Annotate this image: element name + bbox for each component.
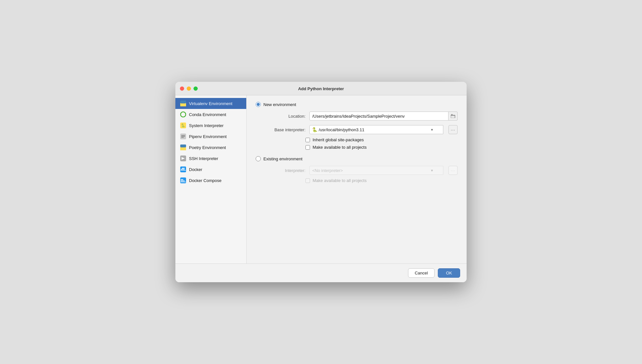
title-bar: Add Python Interpreter <box>175 82 467 95</box>
existing-environment-section: Existing environment Interpreter: <No in… <box>256 156 458 183</box>
make-available-new-row: Make available to all projects <box>263 145 458 150</box>
svg-rect-20 <box>183 169 184 170</box>
docker-icon <box>180 166 186 173</box>
sidebar-item-docker[interactable]: Docker <box>175 164 246 175</box>
svg-rect-28 <box>182 180 183 181</box>
new-environment-section: New environment Location: <box>256 102 458 150</box>
maximize-button[interactable] <box>194 86 198 91</box>
sidebar-item-label: Docker <box>189 167 202 172</box>
cancel-button[interactable]: Cancel <box>408 268 435 278</box>
svg-rect-27 <box>181 180 182 181</box>
existing-environment-label: Existing environment <box>263 156 303 161</box>
svg-text:🐍: 🐍 <box>181 123 185 128</box>
svg-rect-26 <box>182 179 183 180</box>
svg-rect-12 <box>180 147 186 150</box>
make-available-existing-label: Make available to all projects <box>313 178 367 183</box>
poetry-icon <box>180 144 186 151</box>
sidebar-item-label: System Interpreter <box>189 123 224 128</box>
svg-rect-3 <box>180 101 186 103</box>
make-available-new-checkbox[interactable] <box>305 145 310 150</box>
make-available-existing-checkbox[interactable] <box>305 178 310 183</box>
dialog-body: Virtualenv Environment Conda Environment… <box>175 95 467 263</box>
minimize-button[interactable] <box>187 86 191 91</box>
base-interpreter-row: Base interpreter: 🐍 /usr/local/bin/pytho… <box>263 125 458 134</box>
svg-rect-30 <box>181 182 186 182</box>
sidebar-item-ssh[interactable]: SSH Interpreter <box>175 153 246 164</box>
new-environment-radio-label[interactable]: New environment <box>256 102 458 107</box>
sidebar-item-label: Pipenv Environment <box>189 134 227 139</box>
inherit-global-row: Inherit global site-packages <box>263 137 458 142</box>
svg-rect-22 <box>183 168 184 169</box>
add-python-interpreter-dialog: Add Python Interpreter Virtualenv Enviro… <box>175 82 467 282</box>
sidebar-item-label: SSH Interpreter <box>189 156 218 161</box>
location-input-group <box>309 112 458 121</box>
svg-rect-25 <box>181 179 182 180</box>
sidebar-item-label: Docker Compose <box>189 178 221 183</box>
sidebar-item-label: Conda Environment <box>189 112 226 117</box>
location-label: Location: <box>263 114 305 119</box>
sidebar-item-system[interactable]: 🐍 System Interpreter <box>175 120 246 131</box>
svg-rect-23 <box>181 170 186 171</box>
svg-point-4 <box>181 112 186 117</box>
pipenv-icon <box>180 133 186 140</box>
svg-rect-21 <box>182 168 183 169</box>
svg-rect-19 <box>182 169 183 170</box>
system-icon: 🐍 <box>180 122 186 129</box>
interpreter-browse-button[interactable]: ··· <box>448 166 458 175</box>
svg-rect-32 <box>451 114 453 115</box>
dialog-title: Add Python Interpreter <box>298 86 344 91</box>
new-environment-label: New environment <box>263 102 296 107</box>
base-interpreter-select-wrapper: 🐍 /usr/local/bin/python3.11 ▼ <box>309 125 443 134</box>
sidebar-item-virtualenv[interactable]: Virtualenv Environment <box>175 98 246 109</box>
make-available-existing-row: Make available to all projects <box>263 178 458 183</box>
location-browse-button[interactable] <box>448 112 458 121</box>
existing-environment-radio[interactable] <box>256 156 261 161</box>
svg-rect-9 <box>181 136 185 137</box>
svg-rect-8 <box>181 135 185 136</box>
sidebar-item-docker-compose[interactable]: Docker Compose <box>175 175 246 186</box>
location-input[interactable] <box>309 112 448 121</box>
inherit-global-label[interactable]: Inherit global site-packages <box>313 137 364 142</box>
interpreter-select-wrapper: <No interpreter> ▼ <box>309 166 443 175</box>
existing-environment-radio-label[interactable]: Existing environment <box>256 156 458 161</box>
inherit-global-checkbox[interactable] <box>305 138 310 142</box>
ok-button[interactable]: OK <box>438 268 460 278</box>
interpreter-label: Interpreter: <box>263 168 305 173</box>
virtualenv-icon <box>180 100 186 107</box>
sidebar-item-label: Poetry Environment <box>189 145 226 150</box>
base-interpreter-browse-button[interactable]: ··· <box>448 125 458 134</box>
interpreter-select[interactable]: <No interpreter> <box>309 166 443 175</box>
ssh-icon <box>180 155 186 162</box>
dialog-footer: Cancel OK <box>175 263 467 282</box>
base-interpreter-label: Base interpreter: <box>263 127 305 132</box>
new-environment-radio[interactable] <box>256 102 261 107</box>
window-controls <box>180 86 198 91</box>
svg-rect-18 <box>181 169 182 170</box>
make-available-new-label[interactable]: Make available to all projects <box>313 145 367 150</box>
sidebar-item-pipenv[interactable]: Pipenv Environment <box>175 131 246 142</box>
interpreter-row: Interpreter: <No interpreter> ▼ ··· <box>263 166 458 175</box>
sidebar-item-conda[interactable]: Conda Environment <box>175 109 246 120</box>
base-interpreter-select[interactable]: /usr/local/bin/python3.11 <box>309 125 443 134</box>
docker-compose-icon <box>180 177 186 184</box>
sidebar-item-label: Virtualenv Environment <box>189 101 232 106</box>
svg-rect-29 <box>183 180 184 181</box>
sidebar: Virtualenv Environment Conda Environment… <box>175 95 247 263</box>
location-row: Location: <box>263 112 458 121</box>
sidebar-item-poetry[interactable]: Poetry Environment <box>175 142 246 153</box>
svg-rect-31 <box>451 115 455 118</box>
conda-icon <box>180 111 186 118</box>
svg-rect-14 <box>180 145 186 147</box>
main-content: New environment Location: <box>247 95 467 263</box>
svg-rect-10 <box>181 137 184 138</box>
close-button[interactable] <box>180 86 184 91</box>
